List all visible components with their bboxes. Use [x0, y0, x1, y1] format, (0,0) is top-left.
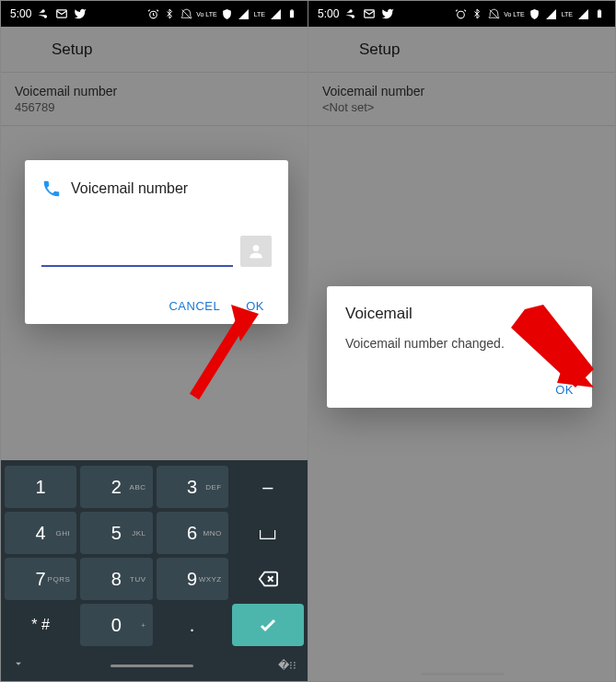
- status-time: 5:00: [318, 7, 339, 20]
- signal-icon: [545, 7, 558, 20]
- bluetooth-icon: [163, 7, 176, 20]
- key-enter[interactable]: [232, 604, 304, 646]
- dialog-title: Voicemail: [345, 305, 574, 323]
- battery-icon: [285, 7, 298, 20]
- lte-label: LTE: [562, 11, 573, 17]
- key-6[interactable]: 6MNO: [157, 512, 228, 554]
- gmail-icon: [55, 7, 68, 20]
- key-7[interactable]: 7PQRS: [5, 558, 76, 600]
- voicemail-number-input[interactable]: [41, 241, 233, 267]
- dnd-icon: [487, 7, 500, 20]
- svg-rect-10: [598, 10, 601, 17]
- signal-icon-2: [269, 7, 282, 20]
- nav-handle[interactable]: [421, 673, 504, 676]
- key-3[interactable]: 3DEF: [157, 466, 228, 508]
- bluetooth-icon: [471, 7, 483, 20]
- svg-rect-3: [291, 9, 294, 10]
- voicemail-number-dialog: Voicemail number CANCEL OK: [25, 160, 288, 324]
- key-2[interactable]: 2ABC: [80, 466, 152, 508]
- svg-point-4: [253, 245, 260, 251]
- ok-button[interactable]: OK: [246, 299, 264, 313]
- shield-icon: [529, 7, 541, 20]
- keyboard-collapse-icon[interactable]: [12, 657, 25, 674]
- dnd-icon: [180, 7, 192, 20]
- wind-icon: [37, 7, 50, 20]
- alarm-icon: [454, 7, 467, 20]
- signal-icon-2: [576, 7, 589, 20]
- key-backspace[interactable]: [232, 558, 304, 600]
- voicemail-changed-dialog: Voicemail Voicemail number changed. OK: [327, 286, 592, 408]
- cancel-button[interactable]: CANCEL: [169, 299, 220, 313]
- key-9[interactable]: 9WXYZ: [157, 558, 228, 600]
- shield-icon: [221, 7, 234, 20]
- screen-left: 5:00 Vo LTE LTE: [1, 1, 308, 681]
- nav-bar: [308, 673, 615, 676]
- status-bar: 5:00 Vo LTE LTE: [1, 1, 308, 27]
- volte-icon: Vo LTE: [196, 11, 216, 17]
- key-8[interactable]: 8TUV: [80, 558, 152, 600]
- svg-rect-2: [290, 10, 294, 17]
- svg-rect-11: [599, 9, 601, 10]
- key-space[interactable]: ⌴: [232, 512, 304, 554]
- status-time: 5:00: [10, 7, 31, 20]
- twitter-icon: [74, 7, 87, 20]
- lte-label: LTE: [254, 11, 265, 17]
- pick-contact-button[interactable]: [240, 236, 272, 267]
- numeric-keyboard: 1 2ABC 3DEF – 4GHI 5JKL 6MNO ⌴ 7PQRS 8TU…: [1, 460, 308, 681]
- key-0[interactable]: 0+: [80, 604, 152, 646]
- phone-icon: [41, 179, 62, 199]
- nav-handle[interactable]: [110, 665, 193, 667]
- status-bar: 5:00 Vo LTE LTE: [308, 1, 615, 27]
- key-dash[interactable]: –: [232, 466, 304, 508]
- key-1[interactable]: 1: [5, 466, 76, 508]
- alarm-icon: [146, 7, 159, 20]
- screen-right: 5:00 Vo LTE LTE Setup Voicemail: [308, 1, 615, 681]
- keyboard-settings-icon[interactable]: �⁝⁝: [278, 659, 296, 672]
- twitter-icon: [381, 7, 394, 20]
- key-5[interactable]: 5JKL: [80, 512, 152, 554]
- volte-icon: Vo LTE: [504, 11, 524, 17]
- gmail-icon: [363, 7, 376, 20]
- svg-point-9: [457, 11, 464, 18]
- ok-button[interactable]: OK: [555, 383, 574, 397]
- wind-icon: [344, 7, 357, 20]
- key-period[interactable]: .: [157, 604, 228, 646]
- dialog-title: Voicemail number: [71, 180, 188, 197]
- dialog-message: Voicemail number changed.: [345, 336, 574, 351]
- battery-icon: [593, 7, 606, 20]
- signal-icon: [238, 7, 250, 20]
- key-4[interactable]: 4GHI: [5, 512, 76, 554]
- key-symbols[interactable]: * #: [5, 604, 76, 646]
